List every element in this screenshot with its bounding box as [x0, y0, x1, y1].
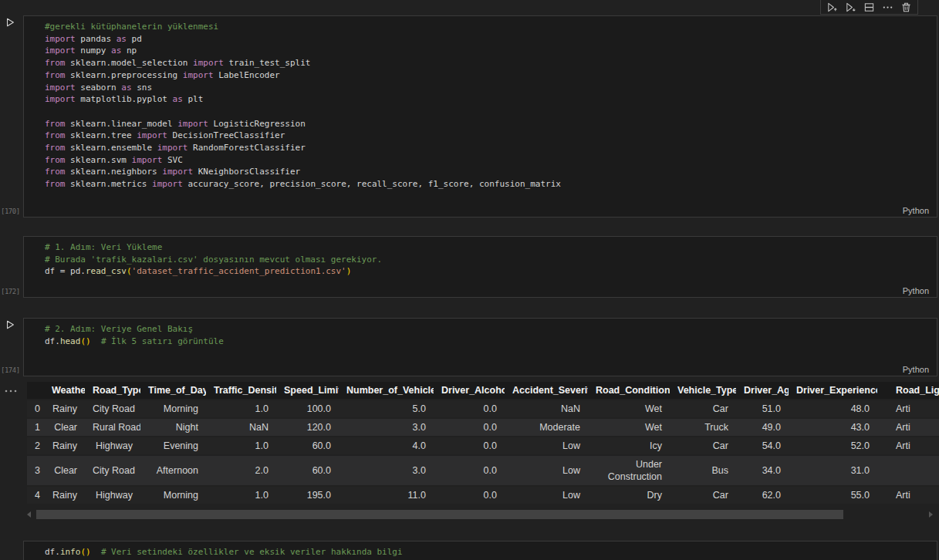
table-cell: Bus	[670, 455, 736, 486]
code-line: from sklearn.linear_model import Logisti…	[45, 118, 937, 130]
cell-gutter: [174]	[0, 318, 23, 376]
cell-gutter: [170]	[0, 15, 23, 218]
table-cell: 1.0	[206, 486, 276, 504]
table-cell: Low	[505, 486, 588, 504]
column-header: Traffic_Density	[206, 382, 276, 400]
table-cell: City Road	[85, 455, 140, 486]
code-line: from sklearn.model_selection import trai…	[45, 57, 937, 69]
cell-language-label[interactable]: Python	[903, 206, 929, 215]
table-cell: 100.0	[276, 400, 339, 418]
table-cell: 195.0	[276, 486, 339, 504]
split-cell-button[interactable]	[861, 1, 877, 13]
table-cell: 55.0	[789, 486, 877, 504]
table-cell: Night	[140, 418, 206, 437]
run-cell-button[interactable]	[5, 319, 15, 333]
table-cell: 3.0	[339, 418, 434, 437]
code-cell-info: df.info() # Veri setindeki özellikler ve…	[0, 541, 939, 560]
code-line: from sklearn.metrics import accuracy_sco…	[45, 178, 937, 191]
column-header: Number_of_Vehicles	[339, 382, 434, 400]
column-header: Time_of_Day	[140, 382, 206, 400]
delete-cell-button[interactable]	[898, 1, 914, 13]
ellipsis-icon	[882, 2, 893, 13]
execute-above-button[interactable]	[824, 1, 840, 13]
table-cell: 3	[27, 455, 44, 486]
cell-toolbar	[820, 0, 918, 15]
table-cell: Car	[670, 400, 736, 418]
scroll-right-icon[interactable]	[929, 511, 933, 518]
trash-icon	[900, 2, 912, 13]
table-cell: Low	[505, 437, 588, 455]
code-line: from sklearn.tree import DecisionTreeCla…	[45, 130, 937, 142]
cell-gutter	[0, 541, 23, 560]
code-editor[interactable]: # 1. Adım: Veri Yükleme# Burada 'trafik_…	[23, 236, 937, 298]
table-cell: 60.0	[276, 455, 339, 486]
table-cell: 0.0	[434, 437, 505, 455]
column-header: Driver_Experience	[789, 382, 877, 400]
table-cell: 34.0	[736, 455, 789, 486]
code-content[interactable]: #gerekli kütüphanelerin yüklenmesiimport…	[45, 21, 937, 191]
table-row: 0RainyCity RoadMorning1.0100.05.00.0NaNW…	[27, 400, 939, 418]
dataframe-table: WeatherRoad_TypeTime_of_DayTraffic_Densi…	[27, 382, 939, 505]
table-row: 1ClearRural RoadNightNaN120.03.00.0Moder…	[27, 418, 939, 437]
cell-language-label[interactable]: Python	[903, 365, 929, 374]
table-cell: 0.0	[434, 400, 505, 418]
table-cell: 2.0	[206, 455, 276, 486]
code-line: import matplotlib.pyplot as plt	[45, 93, 937, 106]
table-cell: 51.0	[736, 400, 789, 418]
table-cell: Wet	[588, 418, 670, 437]
column-header: Speed_Limit	[276, 382, 339, 400]
scroll-left-icon[interactable]	[27, 511, 31, 518]
scrollbar-thumb[interactable]	[36, 510, 843, 519]
code-cell-head: [174] # 2. Adım: Veriye Genel Bakışdf.he…	[0, 318, 939, 376]
code-line: # 2. Adım: Veriye Genel Bakış	[45, 323, 937, 336]
output-more-actions-icon[interactable]	[4, 384, 18, 398]
table-cell: Moderate	[505, 418, 588, 437]
code-content[interactable]: df.info() # Veri setindeki özellikler ve…	[45, 546, 937, 558]
table-cell: 43.0	[789, 418, 877, 437]
code-content[interactable]: # 2. Adım: Veriye Genel Bakışdf.head() #…	[45, 323, 937, 347]
table-cell: 1.0	[206, 437, 276, 455]
code-line: from sklearn.preprocessing import LabelE…	[45, 69, 937, 82]
table-cell: NaN	[505, 400, 588, 418]
table-cell: Low	[505, 455, 588, 486]
cell-language-label[interactable]: Python	[903, 286, 929, 295]
code-editor[interactable]: df.info() # Veri setindeki özellikler ve…	[23, 541, 937, 560]
table-cell: Arti	[877, 418, 939, 437]
cell-gutter: [172]	[0, 236, 23, 298]
table-cell: Icy	[588, 437, 670, 455]
code-content[interactable]: # 1. Adım: Veri Yükleme# Burada 'trafik_…	[45, 241, 937, 278]
execute-below-button[interactable]	[843, 1, 859, 13]
split-cell-icon	[863, 2, 875, 13]
column-header: Road_Condition	[588, 382, 670, 400]
table-cell: 1.0	[206, 400, 276, 418]
execution-count: [170]	[1, 207, 20, 215]
table-row: 3ClearCity RoadAfternoon2.060.03.00.0Low…	[27, 455, 939, 486]
table-viewport: WeatherRoad_TypeTime_of_DayTraffic_Densi…	[27, 382, 939, 505]
table-cell: Under Construction	[588, 455, 670, 486]
code-editor[interactable]: #gerekli kütüphanelerin yüklenmesiimport…	[23, 15, 937, 218]
output-gutter	[0, 382, 23, 519]
table-cell: 0	[27, 400, 44, 418]
table-cell: Clear	[44, 418, 85, 437]
table-cell: 3.0	[339, 455, 434, 486]
run-cell-button[interactable]	[5, 17, 15, 31]
table-cell: Evening	[140, 437, 206, 455]
horizontal-scrollbar[interactable]	[27, 510, 939, 519]
table-cell: 49.0	[736, 418, 789, 437]
table-cell: 11.0	[339, 486, 434, 504]
code-line: import seaborn as sns	[45, 82, 937, 94]
execution-count: [172]	[1, 288, 20, 295]
table-cell: 54.0	[736, 437, 789, 455]
table-cell: Highway	[85, 486, 140, 504]
ellipsis-icon	[4, 387, 18, 395]
run-below-icon	[845, 2, 856, 13]
code-cell-load-data: [172] # 1. Adım: Veri Yükleme# Burada 't…	[0, 236, 939, 298]
column-header: Weather	[44, 382, 85, 400]
table-header-row: WeatherRoad_TypeTime_of_DayTraffic_Densi…	[27, 382, 939, 400]
dataframe-output: WeatherRoad_TypeTime_of_DayTraffic_Densi…	[27, 382, 939, 519]
table-row: 4RainyHighwayMorning1.0195.011.00.0LowDr…	[27, 486, 939, 504]
more-actions-button[interactable]	[880, 1, 896, 13]
code-line: from sklearn.svm import SVC	[45, 154, 937, 167]
code-line: from sklearn.ensemble import RandomFores…	[45, 142, 937, 154]
code-editor[interactable]: # 2. Adım: Veriye Genel Bakışdf.head() #…	[23, 318, 937, 376]
